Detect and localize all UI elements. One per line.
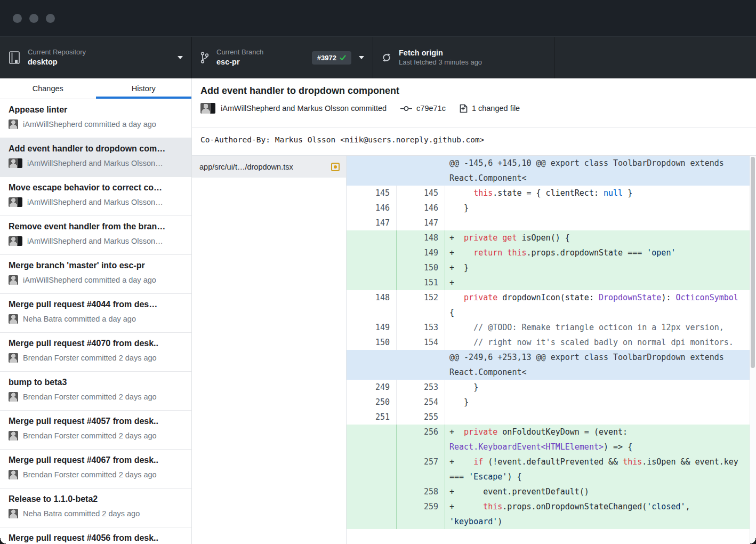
commit-item-meta-text: Neha Batra committed a day ago [23,315,136,323]
chevron-down-icon [359,56,364,59]
commit-item-title: Appease linter [9,105,184,115]
diff-code-line: this.state = { clientRect: null } [445,186,756,201]
commit-list-item[interactable]: Appease linteriAmWillShepherd committed … [0,99,191,138]
diff-line-added: 257+ if (!event.defaultPrevented && this… [347,454,756,484]
diff-gutter-new: 257 [397,454,445,484]
added-line-marker: + [449,278,454,287]
commit-item-title: Merge pull request #4044 from des… [9,300,184,309]
scrollbar-thumb[interactable] [751,157,755,368]
tab-history[interactable]: History [96,78,192,99]
diff-code-line: } [445,380,756,395]
repository-name: desktop [28,57,86,67]
diff-code-line: + } [445,260,756,275]
commit-item-title: Remove event handler from the bran… [9,222,184,231]
commit-list-item[interactable]: Merge pull request #4070 from desk..Bren… [0,333,191,372]
diff-scrollbar[interactable] [750,156,756,544]
minimize-window-button[interactable] [29,14,38,23]
commit-list-item[interactable]: Add event handler to dropdown com…iAmWil… [0,138,191,177]
avatar [9,431,18,441]
commit-item-title: Merge branch 'master' into esc-pr [9,261,184,270]
commit-list-item[interactable]: Move escape behavior to correct co…iAmWi… [0,177,191,216]
fetch-origin-button[interactable]: Fetch origin Last fetched 3 minutes ago [373,37,554,78]
added-line-marker: + [449,457,454,467]
diff-code-line: @@ -145,6 +145,10 @@ export class Toolba… [445,156,756,186]
commit-list-item[interactable]: Merge pull request #4057 from desk..Bren… [0,411,191,450]
diff-code-line: + return this.props.dropdownState === 'o… [445,245,756,260]
close-window-button[interactable] [13,14,22,23]
commit-item-meta-text: Brendan Forster committed 2 days ago [23,354,157,362]
diff-line-added: 149+ return this.props.dropdownState ===… [347,245,756,260]
current-repository-button[interactable]: Current Repository desktop [0,37,192,78]
commit-list-item[interactable]: bump to beta3Brendan Forster committed 2… [0,372,191,411]
diff-hunk-header: @@ -145,6 +145,10 @@ export class Toolba… [347,156,756,186]
commit-authors-text: iAmWillShepherd and Markus Olsson commit… [221,104,387,113]
diff-gutter-old [347,499,397,529]
commit-item-meta: Neha Batra committed a day ago [9,314,184,324]
diff-line-added: 148+ private get isOpen() { [347,230,756,245]
tab-changes[interactable]: Changes [0,78,96,99]
commit-item-title: Merge pull request #4057 from desk.. [9,417,184,426]
branch-name: esc-pr [216,57,263,67]
modified-status-icon [331,163,340,171]
commit-list: Appease linteriAmWillShepherd committed … [0,99,191,544]
diff-code-line: @@ -249,6 +253,13 @@ export class Toolba… [445,350,756,380]
avatar [9,314,18,324]
diff-gutter-old [347,156,397,186]
avatar [9,158,22,168]
diff-line-context: 148152 private dropdownIcon(state: Dropd… [347,290,756,320]
avatar [9,509,18,518]
file-item[interactable]: app/src/ui/t…/dropdown.tsx [192,156,346,178]
diff-code-line: + event.preventDefault() [445,484,756,499]
commit-list-item[interactable]: Merge pull request #4056 from desk.. [0,527,191,544]
commit-item-meta-text: iAmWillShepherd and Markus Olsson… [27,237,163,245]
diff-gutter-old: 250 [347,395,397,410]
diff-gutter-new: 147 [397,215,445,230]
context-line-marker [449,338,454,347]
diff-gutter-old [347,454,397,484]
avatar [9,236,22,246]
commit-item-title: Move escape behavior to correct co… [9,183,184,193]
commit-list-item[interactable]: Remove event handler from the bran…iAmWi… [0,216,191,255]
diff-gutter-old [347,425,397,454]
toolbar-spacer [554,37,756,78]
diff-line-context: 146146 } [347,201,756,215]
avatar [9,119,18,129]
commit-item-meta: iAmWillShepherd and Markus Olsson… [9,158,184,168]
commit-item-meta-text: iAmWillShepherd committed a day ago [23,276,156,284]
diff-code-line: + private onFoldoutKeyDown = (event: Rea… [445,425,756,454]
commit-item-title: bump to beta3 [9,378,184,387]
commit-meta: iAmWillShepherd and Markus Olsson commit… [200,103,747,114]
diff-gutter-new: 146 [397,201,445,215]
diff-code-line: + if (!event.defaultPrevented && this.is… [445,454,756,484]
sidebar: Changes History Appease linteriAmWillShe… [0,78,192,544]
commit-list-item[interactable]: Merge pull request #4044 from des…Neha B… [0,294,191,333]
current-branch-button[interactable]: Current Branch esc-pr #3972 [192,37,373,78]
diff-gutter-old: 148 [347,290,397,320]
commit-item-title: Merge pull request #4067 from desk.. [9,455,184,465]
commit-item-meta: Brendan Forster committed 2 days ago [9,392,184,402]
diff-code-line: private dropdownIcon(state: DropdownStat… [445,290,756,320]
commit-item-meta: Brendan Forster committed 2 days ago [9,431,184,441]
repository-label: Current Repository [28,48,86,57]
context-line-marker [449,218,454,228]
context-line-marker [449,188,454,198]
zoom-window-button[interactable] [46,14,55,23]
diff-code-line: // right now it's scaled badly on normal… [445,335,756,350]
diff-gutter-old [347,260,397,275]
diff-line-context: 249253 } [347,380,756,395]
commit-list-item[interactable]: Merge pull request #4067 from desk..Bren… [0,450,191,489]
commit-list-item[interactable]: Release to 1.1.0-beta2Neha Batra committ… [0,489,191,527]
context-line-marker [449,397,454,407]
commit-sha[interactable]: c79e71c [416,104,446,113]
toolbar: Current Repository desktop Current Branc… [0,36,756,78]
titlebar [0,0,756,36]
commit-item-meta-text: Brendan Forster committed 2 days ago [23,431,157,440]
diff-line-context: 251255 [347,410,756,425]
commit-list-item[interactable]: Merge branch 'master' into esc-priAmWill… [0,255,191,294]
window-corner [750,538,756,544]
git-commit-icon [400,105,412,112]
commit-description-text: Co-Authored-By: Markus Olsson <niik@user… [200,135,747,144]
diff-gutter-old: 150 [347,335,397,350]
branch-label: Current Branch [216,48,263,57]
diff-gutter-new: 149 [397,245,445,260]
